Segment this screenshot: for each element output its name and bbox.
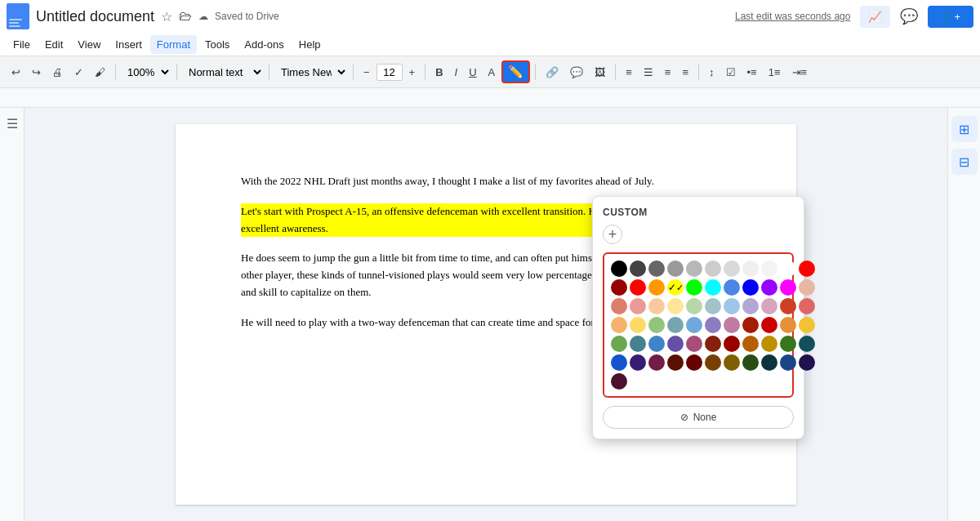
line-spacing-button[interactable]: ↕ <box>704 60 719 83</box>
color-swatch[interactable] <box>667 298 684 314</box>
suggestion-button[interactable]: ⊟ <box>951 149 978 175</box>
color-swatch[interactable] <box>630 260 646 277</box>
redo-button[interactable]: ↪ <box>27 60 46 83</box>
color-swatch[interactable] <box>780 298 796 314</box>
last-edit[interactable]: Last edit was seconds ago <box>735 11 850 22</box>
font-size-decrease[interactable]: − <box>359 60 375 83</box>
color-swatch[interactable] <box>799 336 815 352</box>
color-swatch[interactable] <box>667 317 684 333</box>
color-swatch[interactable] <box>686 317 702 333</box>
color-swatch[interactable] <box>724 354 740 371</box>
menu-tools[interactable]: Tools <box>198 35 236 54</box>
menu-view[interactable]: View <box>71 35 107 54</box>
color-swatch[interactable] <box>724 260 740 277</box>
color-swatch[interactable] <box>724 298 740 314</box>
color-swatch[interactable] <box>761 317 777 333</box>
color-swatch[interactable] <box>761 336 777 352</box>
color-swatch[interactable] <box>761 354 777 371</box>
undo-button[interactable]: ↩ <box>7 60 25 83</box>
color-swatch[interactable] <box>648 279 665 296</box>
add-custom-color-button[interactable]: + <box>603 225 794 244</box>
color-swatch[interactable] <box>630 354 646 371</box>
paint-format-button[interactable]: 🖌 <box>90 60 110 83</box>
color-swatch[interactable] <box>686 260 702 277</box>
color-swatch[interactable] <box>724 317 740 333</box>
color-swatch[interactable] <box>724 336 740 352</box>
color-swatch[interactable] <box>648 317 665 333</box>
outline-icon[interactable]: ☰ <box>7 116 18 131</box>
color-swatch[interactable] <box>724 279 740 296</box>
color-swatch[interactable] <box>742 298 759 314</box>
link-button[interactable]: 🔗 <box>541 60 564 83</box>
color-swatch[interactable] <box>780 279 796 296</box>
color-swatch[interactable] <box>780 354 796 371</box>
color-swatch[interactable] <box>648 260 665 277</box>
color-swatch[interactable] <box>705 279 721 296</box>
color-swatch[interactable] <box>630 279 646 296</box>
color-swatch[interactable] <box>799 260 815 277</box>
color-swatch[interactable] <box>611 298 627 314</box>
meet-button[interactable]: 📈 <box>860 6 890 28</box>
image-button[interactable]: 🖼 <box>590 60 610 83</box>
color-swatch[interactable] <box>648 336 665 352</box>
color-swatch[interactable] <box>611 317 627 333</box>
color-swatch[interactable] <box>705 354 721 371</box>
comments-button[interactable]: 💬 <box>900 7 918 25</box>
share-button[interactable]: 👤+ <box>928 6 973 28</box>
color-swatch[interactable]: ✓ <box>667 279 684 296</box>
color-swatch[interactable] <box>611 373 627 390</box>
color-swatch[interactable] <box>742 279 759 296</box>
color-swatch[interactable] <box>799 279 815 296</box>
font-size-input[interactable] <box>376 64 403 81</box>
highlight-color-button[interactable]: ✏️ <box>501 60 530 83</box>
text-color-button[interactable]: A <box>483 60 501 83</box>
color-swatch[interactable] <box>630 336 646 352</box>
color-swatch[interactable] <box>686 298 702 314</box>
color-swatch[interactable] <box>611 260 627 277</box>
menu-help[interactable]: Help <box>292 35 327 54</box>
align-right-button[interactable]: ≡ <box>660 60 676 83</box>
color-swatch[interactable] <box>648 354 665 371</box>
color-swatch[interactable] <box>667 260 684 277</box>
color-swatch[interactable] <box>705 317 721 333</box>
doc-icon[interactable] <box>7 3 29 29</box>
color-swatch[interactable] <box>799 354 815 371</box>
color-swatch[interactable] <box>780 260 796 277</box>
menu-addons[interactable]: Add-ons <box>238 35 290 54</box>
color-swatch[interactable] <box>705 298 721 314</box>
print-button[interactable]: 🖨 <box>47 60 68 83</box>
color-swatch[interactable] <box>799 317 815 333</box>
color-swatch[interactable] <box>780 317 796 333</box>
bullet-list-button[interactable]: •≡ <box>742 60 762 83</box>
color-swatch[interactable] <box>705 336 721 352</box>
document-title[interactable]: Untitled document <box>36 8 154 25</box>
color-swatch[interactable] <box>799 298 815 314</box>
none-button[interactable]: ⊘ None <box>603 406 794 429</box>
menu-insert[interactable]: Insert <box>109 35 149 54</box>
menu-format[interactable]: Format <box>150 35 197 54</box>
numbered-list-button[interactable]: 1≡ <box>764 60 786 83</box>
color-swatch[interactable] <box>630 298 646 314</box>
color-swatch[interactable] <box>780 336 796 352</box>
style-select[interactable]: Normal text <box>182 64 264 81</box>
color-swatch[interactable] <box>742 354 759 371</box>
color-swatch[interactable] <box>611 354 627 371</box>
add-comment-button[interactable]: ⊞ <box>951 116 978 142</box>
color-swatch[interactable] <box>761 260 777 277</box>
align-left-button[interactable]: ≡ <box>621 60 637 83</box>
color-swatch[interactable] <box>742 260 759 277</box>
color-swatch[interactable] <box>686 279 702 296</box>
color-swatch[interactable] <box>648 298 665 314</box>
menu-edit[interactable]: Edit <box>38 35 69 54</box>
color-swatch[interactable] <box>611 279 627 296</box>
spellcheck-button[interactable]: ✓ <box>69 60 88 83</box>
star-icon[interactable]: ☆ <box>161 9 172 24</box>
color-swatch[interactable] <box>630 317 646 333</box>
menu-file[interactable]: File <box>7 35 37 54</box>
align-center-button[interactable]: ☰ <box>639 60 658 83</box>
color-swatch[interactable] <box>761 279 777 296</box>
indent-button[interactable]: ⇥≡ <box>787 60 813 83</box>
comment-button[interactable]: 💬 <box>565 60 588 83</box>
zoom-select[interactable]: 100% <box>121 64 172 81</box>
italic-button[interactable]: I <box>450 60 463 83</box>
